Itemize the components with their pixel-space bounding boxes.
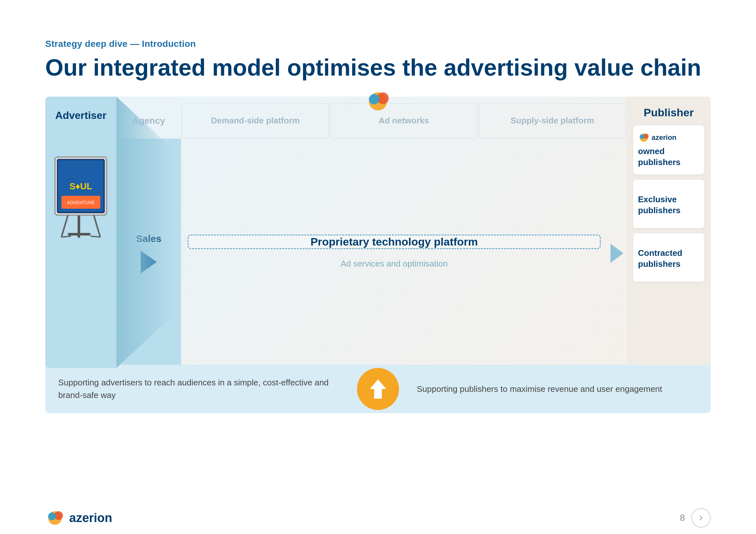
- azerion-logo-icon-bottom: [45, 509, 65, 527]
- publisher-arrow-wrapper: [607, 243, 627, 263]
- svg-line-13: [62, 236, 71, 237]
- footer-strip: Supporting advertisers to reach audience…: [45, 365, 711, 413]
- publisher-column: Publisher azerion owned publishers: [627, 97, 711, 368]
- exclusive-publishers-label: Exclusive publishers: [638, 194, 699, 216]
- main-diagram-box: Advertiser S♦UL A: [45, 97, 711, 368]
- owned-publishers-label: owned publishers: [638, 146, 699, 168]
- azerion-logo-icon-top: [365, 90, 391, 113]
- main-title: Our integrated model optimises the adver…: [45, 55, 711, 80]
- bottom-right: 8: [680, 508, 711, 527]
- slide: Strategy deep dive — Introduction Our in…: [0, 0, 756, 534]
- dashed-box: Proprietary technology platform: [188, 235, 601, 249]
- svg-rect-4: [68, 233, 91, 236]
- footer-center: [352, 368, 404, 410]
- footer-left-text: Supporting advertisers to reach audience…: [45, 370, 352, 408]
- page-number: 8: [680, 513, 685, 523]
- next-button[interactable]: [691, 508, 711, 527]
- svg-point-21: [48, 512, 56, 520]
- ad-services-label: Ad services and optimisation: [188, 256, 601, 272]
- middle-area: Agency Demand-side platform Ad networks …: [117, 97, 627, 368]
- svg-point-2: [369, 94, 379, 104]
- dsp-header: Demand-side platform: [182, 103, 329, 139]
- svg-line-14: [91, 236, 100, 237]
- top-logo: [365, 90, 391, 114]
- advertiser-column: Advertiser S♦UL A: [45, 97, 117, 368]
- svg-line-11: [62, 215, 68, 237]
- svg-line-12: [94, 215, 100, 237]
- azerion-mini-text: azerion: [652, 134, 676, 142]
- publisher-card-contracted: Contracted publishers: [633, 233, 704, 282]
- platform-headers: Demand-side platform Ad networks Supply-…: [181, 103, 627, 139]
- svg-point-17: [639, 134, 644, 139]
- publisher-card-exclusive: Exclusive publishers: [633, 180, 704, 228]
- subtitle: Strategy deep dive — Introduction: [45, 39, 711, 49]
- logo-text: azerion: [69, 511, 112, 525]
- content-row: Sales Proprietary technology platform Ad…: [117, 139, 627, 368]
- tech-platform-area: Proprietary technology platform Ad servi…: [181, 228, 607, 278]
- advertiser-label: Advertiser: [55, 110, 106, 121]
- ssp-header: Supply-side platform: [479, 103, 626, 139]
- chevron-right-icon: [697, 514, 705, 522]
- tech-platform-label: Proprietary technology platform: [310, 236, 478, 248]
- billboard-illustration: S♦UL ADVENTURE: [52, 151, 110, 241]
- azerion-owned-logo: azerion: [638, 132, 676, 143]
- svg-text:ADVENTURE: ADVENTURE: [67, 200, 95, 205]
- orange-up-arrow: [357, 368, 399, 410]
- svg-text:S♦UL: S♦UL: [69, 181, 92, 191]
- bottom-bar: azerion 8: [0, 502, 756, 534]
- publisher-arrow: [610, 243, 623, 263]
- bottom-logo: azerion: [45, 509, 112, 527]
- azerion-mini-icon: [638, 132, 650, 143]
- diagram: Advertiser S♦UL A: [45, 97, 711, 413]
- svg-marker-18: [370, 379, 386, 399]
- adnetworks-header: Ad networks: [330, 103, 477, 139]
- footer-right-text: Supporting publishers to maximise revenu…: [404, 376, 711, 402]
- up-arrow-icon: [368, 378, 388, 400]
- publisher-header: Publisher: [633, 106, 704, 119]
- publisher-card-owned: azerion owned publishers: [633, 125, 704, 174]
- contracted-publishers-label: Contracted publishers: [638, 248, 699, 270]
